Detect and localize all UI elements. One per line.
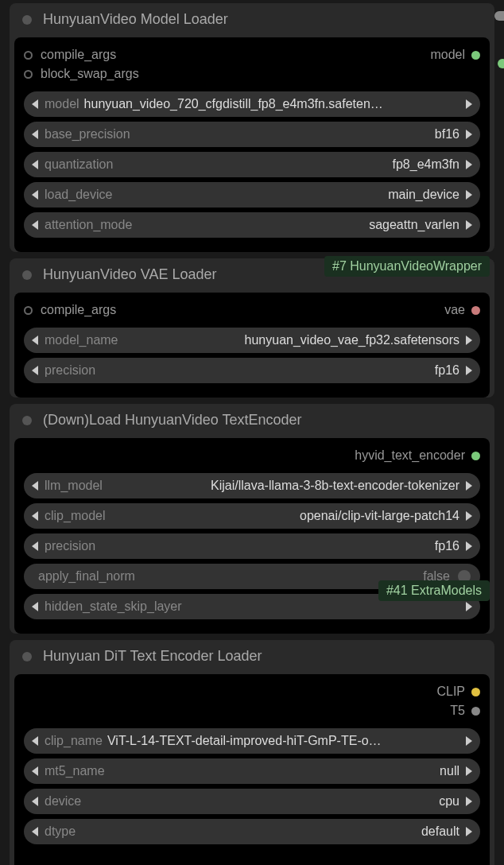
- edge-socket-icon: [498, 59, 504, 68]
- widget-label: apply_final_norm: [38, 569, 135, 584]
- widget-value: main_device: [112, 188, 459, 202]
- widget-label: quantization: [45, 157, 113, 172]
- chevron-left-icon[interactable]: [32, 766, 38, 776]
- widget-base-precision[interactable]: base_precision bf16: [24, 122, 480, 147]
- collapse-icon[interactable]: [22, 652, 32, 661]
- collapse-icon[interactable]: [22, 15, 32, 25]
- widget-value: default: [76, 824, 459, 839]
- collapse-icon[interactable]: [22, 270, 32, 280]
- chevron-left-icon[interactable]: [32, 190, 38, 200]
- output-label: T5: [450, 704, 465, 718]
- chevron-left-icon[interactable]: [32, 130, 38, 139]
- chevron-right-icon[interactable]: [466, 766, 472, 776]
- widget-device[interactable]: device cpu: [24, 789, 480, 814]
- chevron-right-icon[interactable]: [466, 481, 472, 491]
- node-body: compile_args vae model_name hunyuan_vide…: [14, 293, 490, 398]
- widget-model-name[interactable]: model_name hunyuan_video_vae_fp32.safete…: [24, 328, 480, 353]
- chevron-right-icon[interactable]: [466, 511, 472, 521]
- output-vae[interactable]: vae: [444, 303, 480, 317]
- socket-icon[interactable]: [471, 707, 480, 716]
- socket-icon[interactable]: [471, 688, 480, 696]
- chevron-left-icon[interactable]: [32, 366, 38, 375]
- output-label: model: [430, 48, 465, 62]
- chevron-left-icon[interactable]: [32, 481, 38, 491]
- node-body: hyvid_text_encoder llm_model Kijai/llava…: [14, 438, 490, 634]
- widget-value: Kijai/llava-llama-3-8b-text-encoder-toke…: [103, 479, 459, 493]
- collapse-icon[interactable]: [22, 416, 32, 425]
- widget-value: bf16: [130, 127, 459, 142]
- input-block-swap-args[interactable]: block_swap_args: [24, 67, 139, 81]
- widget-label: precision: [45, 539, 95, 553]
- widget-value: hunyuan_video_720_cfgdistill_fp8_e4m3fn.…: [79, 97, 459, 111]
- widget-label: hidden_state_skip_layer: [45, 599, 182, 614]
- node-dit-encoder[interactable]: Hunyuan DiT Text Encoder Loader CLIP T5 …: [10, 640, 494, 865]
- chevron-left-icon[interactable]: [32, 602, 38, 611]
- output-model[interactable]: model: [430, 48, 480, 62]
- widget-precision[interactable]: precision fp16: [24, 533, 480, 559]
- input-compile-args[interactable]: compile_args: [24, 303, 116, 317]
- output-clip[interactable]: CLIP: [436, 685, 480, 699]
- input-compile-args[interactable]: compile_args: [24, 48, 116, 62]
- chevron-left-icon[interactable]: [32, 99, 38, 109]
- chevron-right-icon[interactable]: [466, 736, 472, 746]
- widget-llm-model[interactable]: llm_model Kijai/llava-llama-3-8b-text-en…: [24, 473, 480, 498]
- node-body: CLIP T5 clip_name ViT-L-14-TEXT-detail-i…: [14, 674, 490, 865]
- chevron-right-icon[interactable]: [466, 797, 472, 806]
- chevron-left-icon[interactable]: [32, 220, 38, 230]
- chevron-right-icon[interactable]: [466, 827, 472, 836]
- socket-icon[interactable]: [471, 452, 480, 460]
- chevron-right-icon[interactable]: [466, 541, 472, 551]
- chevron-left-icon[interactable]: [32, 160, 38, 169]
- node-vae-loader[interactable]: HunyuanVideo VAE Loader compile_args vae…: [10, 258, 494, 398]
- widget-clip-name[interactable]: clip_name ViT-L-14-TEXT-detail-improved-…: [24, 728, 480, 754]
- chevron-left-icon[interactable]: [32, 336, 38, 345]
- socket-icon[interactable]: [471, 306, 480, 315]
- chevron-left-icon[interactable]: [32, 827, 38, 836]
- io-row: CLIP: [24, 682, 480, 701]
- chevron-left-icon[interactable]: [32, 797, 38, 806]
- output-hyvid-text-encoder[interactable]: hyvid_text_encoder: [355, 448, 480, 463]
- widget-label: clip_name: [45, 734, 103, 748]
- node-header[interactable]: Hunyuan DiT Text Encoder Loader: [10, 640, 494, 671]
- widget-value: fp16: [95, 539, 459, 553]
- node-title: Hunyuan DiT Text Encoder Loader: [43, 648, 262, 665]
- widget-mt5-name[interactable]: mt5_name null: [24, 758, 480, 784]
- widget-quantization[interactable]: quantization fp8_e4m3fn: [24, 152, 480, 177]
- output-label: vae: [444, 303, 465, 317]
- chevron-right-icon[interactable]: [466, 220, 472, 230]
- socket-icon[interactable]: [471, 51, 480, 60]
- socket-icon[interactable]: [24, 51, 33, 60]
- widget-load-device[interactable]: load_device main_device: [24, 182, 480, 208]
- socket-icon[interactable]: [24, 306, 33, 315]
- widget-label: model: [45, 97, 79, 111]
- widget-label: precision: [45, 363, 95, 378]
- widget-precision[interactable]: precision fp16: [24, 358, 480, 383]
- widget-dtype[interactable]: dtype default: [24, 819, 480, 844]
- input-label: block_swap_args: [41, 67, 139, 81]
- chevron-right-icon[interactable]: [466, 99, 472, 109]
- chevron-right-icon[interactable]: [466, 190, 472, 200]
- chevron-right-icon[interactable]: [466, 160, 472, 169]
- chevron-left-icon[interactable]: [32, 511, 38, 521]
- chevron-right-icon[interactable]: [466, 130, 472, 139]
- widget-label: mt5_name: [45, 764, 105, 778]
- node-title: (Down)Load HunyuanVideo TextEncoder: [43, 412, 302, 429]
- node-model-loader[interactable]: HunyuanVideo Model Loader compile_args m…: [10, 3, 494, 252]
- widget-label: llm_model: [45, 479, 103, 493]
- chevron-right-icon[interactable]: [466, 602, 472, 611]
- node-badge: #41 ExtraModels: [378, 580, 490, 601]
- io-row: T5: [24, 701, 480, 720]
- chevron-right-icon[interactable]: [466, 336, 472, 345]
- node-header[interactable]: (Down)Load HunyuanVideo TextEncoder: [10, 404, 494, 435]
- widget-model[interactable]: model hunyuan_video_720_cfgdistill_fp8_e…: [24, 91, 480, 117]
- chevron-left-icon[interactable]: [32, 541, 38, 551]
- chevron-left-icon[interactable]: [32, 736, 38, 746]
- socket-icon[interactable]: [24, 70, 33, 79]
- node-header[interactable]: HunyuanVideo Model Loader: [10, 3, 494, 34]
- widget-clip-model[interactable]: clip_model openai/clip-vit-large-patch14: [24, 503, 480, 529]
- widget-value: fp16: [95, 363, 459, 378]
- chevron-right-icon[interactable]: [466, 366, 472, 375]
- output-t5[interactable]: T5: [450, 704, 480, 718]
- input-label: compile_args: [41, 303, 116, 317]
- widget-attention-mode[interactable]: attention_mode sageattn_varlen: [24, 212, 480, 238]
